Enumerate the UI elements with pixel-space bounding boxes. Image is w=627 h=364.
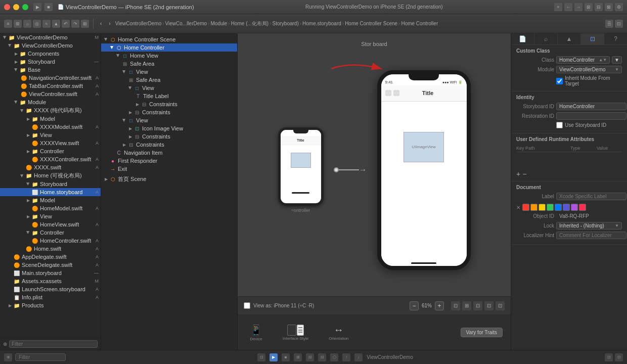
- add-attribute-button[interactable]: +: [516, 170, 520, 178]
- status-icon6[interactable]: ⊟: [318, 353, 326, 361]
- scene-item-constraints2[interactable]: ▶ ⊟ Constraints: [101, 108, 237, 116]
- sidebar-item-products[interactable]: ▶ 📁 Products: [0, 301, 101, 309]
- sidebar-item-model2[interactable]: ▶ 📁 Model: [0, 196, 101, 204]
- zoom-in-button[interactable]: +: [435, 301, 444, 310]
- use-storyboard-id-checkbox[interactable]: [556, 122, 563, 128]
- status-icon9[interactable]: ↓: [354, 353, 363, 361]
- sidebar-item-homemodel[interactable]: 🟠 HomeModel.swift A: [0, 204, 101, 212]
- tab-identity[interactable]: ⊡: [581, 33, 604, 44]
- add-icon[interactable]: +: [554, 3, 562, 11]
- sidebar-item-ctrl2[interactable]: ▶ 📁 Controller: [0, 229, 101, 237]
- undo-icon[interactable]: ↶: [62, 20, 70, 28]
- class-field[interactable]: HomeController ▲▼: [556, 56, 610, 64]
- scene-item-shouye[interactable]: ▶ ⬡ 首页 Scene: [101, 175, 237, 184]
- fit-icon[interactable]: ⊡: [451, 301, 460, 310]
- sidebar-item-module[interactable]: ▶ 📁 Module: [0, 98, 101, 106]
- forward-btn[interactable]: ›: [106, 20, 113, 27]
- sidebar-toggle-icon[interactable]: ≡: [4, 20, 12, 28]
- inherit-checkbox[interactable]: [556, 78, 563, 84]
- sidebar-item-home[interactable]: ▶ 📁 Home (可视化布局): [0, 171, 101, 180]
- module-field[interactable]: ViewControllerDemo ▼: [556, 66, 622, 73]
- back-nav-icon[interactable]: ▶: [33, 3, 41, 11]
- status-add-icon[interactable]: ⊕: [4, 353, 12, 361]
- status-icon7[interactable]: ⬡: [330, 353, 338, 361]
- status-right-icon1[interactable]: ⊡: [605, 353, 613, 361]
- breadcrumb-vc[interactable]: ViewControllerDemo: [115, 21, 162, 26]
- breadcrumb-home[interactable]: Home (...化布局): [231, 20, 268, 27]
- color-swatch-red[interactable]: [522, 204, 529, 211]
- status-right-icon2[interactable]: ⊡: [615, 353, 623, 361]
- breadcrumb-scene[interactable]: Home Controller Scene: [345, 21, 397, 26]
- window-icon3[interactable]: ⊠: [605, 3, 613, 11]
- localizer-input[interactable]: [556, 232, 626, 239]
- sidebar-item-root[interactable]: ▶ 📁 ViewControllerDemo M: [0, 33, 101, 41]
- hierarchy-icon[interactable]: ≈: [42, 20, 51, 28]
- sidebar-item-base[interactable]: ▶ 📁 Base: [0, 66, 101, 74]
- sidebar-item-viewctrl[interactable]: 🟠 ViewController.swift A: [0, 90, 101, 98]
- redo-icon[interactable]: ↷: [71, 20, 79, 28]
- sidebar-item-xxxx[interactable]: ▶ 📁 XXXX (纯代码布局): [0, 106, 101, 115]
- scene-item-firstresponder[interactable]: ● First Responder: [101, 157, 237, 165]
- sidebar-item-scenedelegate[interactable]: 🟠 SceneDelegate.swift A: [0, 261, 101, 269]
- sidebar-item-view1[interactable]: ▶ 📁 View: [0, 131, 101, 139]
- sidebar-item-xxxxswift[interactable]: 🟠 XXXX.swift A: [0, 163, 101, 171]
- sidebar-item-ctrl1[interactable]: ▶ 📁 Controller: [0, 147, 101, 155]
- tab-warn[interactable]: ▲: [558, 33, 581, 44]
- scene-item-titlelabel[interactable]: T Title Label: [101, 92, 237, 100]
- scene-item-iconimageview[interactable]: ▶ ⊡ Icon Image View: [101, 124, 237, 132]
- sidebar-item-homeview[interactable]: 🟠 HomeView.swift A: [0, 220, 101, 229]
- scene-item-constraints1[interactable]: ▶ ⊟ Constraints: [101, 100, 237, 108]
- color-swatch-orange[interactable]: [530, 204, 538, 211]
- color-swatch-blue[interactable]: [555, 204, 562, 211]
- status-icon1[interactable]: ⊡: [257, 353, 265, 361]
- settings-icon[interactable]: ⚙: [615, 3, 623, 11]
- sidebar-item-assets[interactable]: 📁 Assets.xcassets M: [0, 277, 101, 285]
- remove-attribute-button[interactable]: −: [522, 170, 526, 178]
- sidebar-item-model1[interactable]: ▶ 📁 Model: [0, 115, 101, 123]
- orientation-button[interactable]: ↔ Orientation: [325, 323, 352, 342]
- sidebar-item-xxxxctrl[interactable]: 🟠 XXXXController.swift A: [0, 155, 101, 163]
- search-icon[interactable]: ⌕: [23, 20, 31, 28]
- minimize-button[interactable]: [13, 4, 19, 10]
- sidebar-item-storyboard1[interactable]: ▶ 📁 Storyboard —: [0, 58, 101, 66]
- scene-item-hc[interactable]: ▶ ⬡ Home Controller: [101, 43, 237, 52]
- sidebar-item-navctrl[interactable]: 🟠 NavigationController.swift A: [0, 74, 101, 82]
- right-panel-icon[interactable]: ⊡: [615, 20, 623, 28]
- lock-field[interactable]: Inherited - (Nothing) ▼: [556, 222, 622, 230]
- status-icon8[interactable]: ↑: [342, 353, 350, 361]
- scene-item-constraints3[interactable]: ▶ ⊟ Constraints: [101, 132, 237, 141]
- zoom-icon[interactable]: ⊡: [473, 301, 482, 310]
- status-stop-icon[interactable]: ■: [282, 353, 290, 361]
- scene-item-homeview[interactable]: ▶ □ Home View: [101, 52, 237, 60]
- sidebar-item-appdelegate[interactable]: 🟠 AppDelegate.swift A: [0, 253, 101, 261]
- restoration-id-input[interactable]: [556, 112, 626, 120]
- inspect-icon[interactable]: ◎: [33, 20, 41, 28]
- sidebar-item-components[interactable]: ▶ 📁 Components: [0, 50, 101, 58]
- grid-icon[interactable]: ⊞: [14, 20, 22, 28]
- warning-icon[interactable]: ▲: [52, 20, 60, 28]
- scene-item-hcs[interactable]: ▶ ⬡ Home Controller Scene: [101, 35, 237, 43]
- device-button[interactable]: 📱 Device: [246, 323, 266, 342]
- tab-help[interactable]: ?: [604, 33, 627, 44]
- status-run-icon[interactable]: ▶: [270, 353, 278, 361]
- stop-icon[interactable]: ■: [44, 3, 53, 11]
- scene-item-constraints4[interactable]: ▶ ⊟ Constraints: [101, 141, 237, 149]
- color-swatch-green[interactable]: [547, 204, 554, 211]
- snap-icon[interactable]: ⊞: [81, 20, 89, 28]
- status-icon5[interactable]: ⊟: [306, 353, 314, 361]
- filter-input[interactable]: [9, 340, 98, 348]
- sidebar-item-homestory[interactable]: ⬜ Home.storyboard A: [0, 188, 101, 196]
- fullscreen-button[interactable]: [22, 4, 28, 10]
- color-swatch-purple[interactable]: [571, 204, 578, 211]
- scene-item-view1[interactable]: ▶ □ View: [101, 68, 237, 76]
- breadcrumb-homestory[interactable]: Home.storyboard: [302, 21, 341, 26]
- sidebar-item-infoplist[interactable]: 📋 Info.plist A: [0, 293, 101, 301]
- tab-file[interactable]: 📄: [511, 33, 534, 44]
- zoom-out-button[interactable]: −: [410, 301, 419, 310]
- inspector-icon[interactable]: ☰: [605, 20, 613, 28]
- editor-icon[interactable]: ⊡: [484, 301, 494, 310]
- sidebar-item-homectrl[interactable]: 🟠 HomeController.swift A: [0, 237, 101, 245]
- scene-item-view3[interactable]: ▶ □ View: [101, 116, 237, 124]
- class-dropdown-btn[interactable]: ▼: [612, 56, 622, 64]
- status-filter-input[interactable]: [15, 353, 66, 361]
